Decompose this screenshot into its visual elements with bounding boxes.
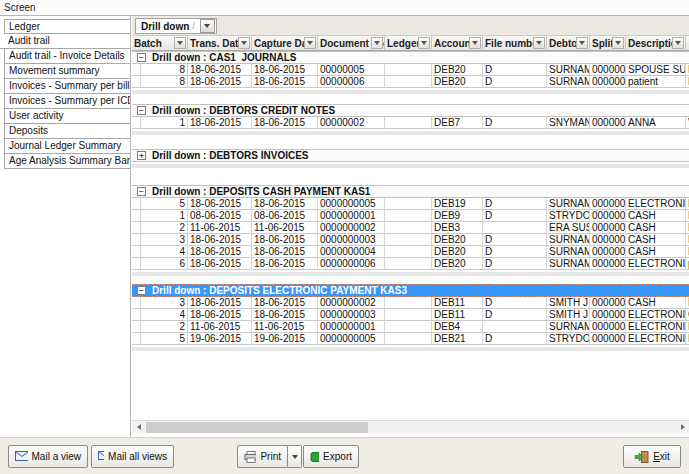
column-header-file-number[interactable]: File number (483, 36, 547, 50)
column-header-row: BatchTrans. DateCapture DateDocument noL… (132, 36, 689, 51)
print-button[interactable]: Print (237, 445, 288, 468)
sidebar-item-7[interactable]: Deposits (4, 124, 130, 139)
row-indent-cell (132, 309, 141, 321)
group-header[interactable]: −Drill down : CAS1 JOURNALS (132, 51, 689, 64)
table-row[interactable]: 318-06-201518-06-20150000000003DEB20DSUR… (132, 234, 689, 246)
cell: 0000000 (590, 258, 626, 270)
group-title: Drill down : DEBTORS CREDIT NOTES (152, 105, 335, 116)
table-row[interactable]: 618-06-201518-06-20150000000006DEB20DSUR… (132, 258, 689, 270)
column-header-description[interactable]: Description (626, 36, 686, 50)
scrollbar-thumb[interactable] (146, 422, 368, 433)
filter-dropdown-icon[interactable] (371, 37, 383, 49)
filter-dropdown-icon[interactable] (418, 37, 430, 49)
sidebar-item-9[interactable]: Age Analysis Summary Banded (4, 154, 130, 169)
chevron-down-icon (177, 41, 183, 45)
group-4: −Drill down : DEPOSITS ELECTRONIC PAYMEN… (132, 284, 689, 351)
drilldown-combo[interactable]: Drill down / (135, 18, 217, 34)
cell: 1 (141, 117, 188, 129)
print-button-group: Print (237, 445, 302, 468)
table-row[interactable]: 818-06-201518-06-201500000006DEB20DSURNA… (132, 76, 689, 88)
cell: 11-06-2015 (252, 321, 318, 333)
column-header-trans-date[interactable]: Trans. Date (188, 36, 252, 50)
table-row[interactable]: 519-06-201519-06-20150000000005DEB21DSTR… (132, 333, 689, 345)
drilldown-separator: / (192, 21, 195, 31)
mail-all-views-label: Mail all views (108, 451, 167, 462)
cell: SURNAME (547, 64, 590, 76)
table-row[interactable]: 318-06-201518-06-20150000000002DEB11DSMI… (132, 297, 689, 309)
filter-dropdown-icon[interactable] (304, 37, 316, 49)
bottom-button-bar: Mail a view Mail all views Print Export … (0, 437, 689, 474)
scroll-left-button[interactable] (132, 421, 145, 433)
table-row[interactable]: 418-06-201518-06-20150000000004DEB20DSUR… (132, 246, 689, 258)
collapse-icon[interactable]: − (137, 187, 146, 196)
horizontal-scrollbar[interactable] (132, 420, 689, 433)
cell (385, 117, 432, 129)
mail-a-view-button[interactable]: Mail a view (8, 445, 88, 468)
table-row[interactable]: 108-06-201508-06-20150000000001DEB9DSTRY… (132, 210, 689, 222)
column-label: Trans. Date (190, 38, 244, 49)
table-row[interactable]: 211-06-201511-06-20150000000001DEB4SURNA… (132, 321, 689, 333)
cell: D (483, 297, 547, 309)
cell: 0000000 (590, 234, 626, 246)
column-header-batch[interactable]: Batch (132, 36, 188, 50)
cell: SPOUSE SURNA (626, 64, 686, 76)
cell: D (483, 309, 547, 321)
table-row[interactable]: 418-06-201518-06-20150000000003DEB11DSMI… (132, 309, 689, 321)
group-header[interactable]: −Drill down : DEPOSITS ELECTRONIC PAYMEN… (132, 284, 689, 297)
cell: 6 (141, 258, 188, 270)
sidebar-item-0[interactable]: Ledger (4, 19, 130, 34)
sidebar-item-4[interactable]: Invoices - Summary per billing code (4, 79, 130, 94)
cell: 0000000 (590, 333, 626, 345)
table-row[interactable]: 518-06-201518-06-20150000000005DEB19DSUR… (132, 198, 689, 210)
cell: SMITH J MF (547, 297, 590, 309)
filter-dropdown-icon[interactable] (576, 37, 588, 49)
filter-dropdown-icon[interactable] (533, 37, 545, 49)
cell: 4 (141, 246, 188, 258)
group-header[interactable]: −Drill down : DEBTORS CREDIT NOTES (132, 104, 689, 117)
cell: 11-06-2015 (252, 222, 318, 234)
collapse-icon[interactable]: − (137, 286, 146, 295)
cell: SURNAME (547, 321, 590, 333)
sidebar-item-5[interactable]: Invoices - Summary per ICD-10 (4, 94, 130, 109)
cell: CASH (626, 234, 686, 246)
exit-button[interactable]: Exit (623, 445, 681, 468)
column-header-debtor[interactable]: Debtor (547, 36, 590, 50)
filter-dropdown-icon[interactable] (672, 37, 684, 49)
cell: SURNAME (547, 198, 590, 210)
filter-dropdown-icon[interactable] (174, 37, 186, 49)
filter-dropdown-icon[interactable] (469, 37, 481, 49)
sidebar-item-3[interactable]: Movement summary (4, 64, 130, 79)
table-row[interactable]: 118-06-201518-06-201500000002DEB7DSNYMAN… (132, 117, 689, 129)
row-indent-cell (132, 234, 141, 246)
group-header[interactable]: −Drill down : DEPOSITS CASH PAYMENT KAS1 (132, 185, 689, 198)
sidebar-item-1[interactable]: Audit trail (0, 34, 130, 49)
cell (385, 198, 432, 210)
column-label: Ledger (387, 38, 420, 49)
table-row[interactable]: 818-06-201518-06-201500000005DEB20DSURNA… (132, 64, 689, 76)
sidebar-item-2[interactable]: Audit trail - Invoice Details (4, 49, 130, 64)
drilldown-dropdown-button[interactable] (200, 19, 215, 33)
print-dropdown-button[interactable] (288, 445, 302, 468)
collapse-icon[interactable]: − (137, 53, 146, 62)
expand-icon[interactable]: + (137, 151, 146, 160)
chevron-down-icon (204, 24, 210, 28)
sidebar-item-8[interactable]: Journal Ledger Summary (4, 139, 130, 154)
collapse-icon[interactable]: − (137, 106, 146, 115)
column-header-ledger[interactable]: Ledger (385, 36, 432, 50)
column-header-account[interactable]: Account (432, 36, 483, 50)
column-header-capture-date[interactable]: Capture Date (252, 36, 318, 50)
cell: 18-06-2015 (188, 234, 252, 246)
filter-dropdown-icon[interactable] (612, 37, 624, 49)
column-header-document-no[interactable]: Document no (318, 36, 385, 50)
cell: DEB21 (432, 333, 483, 345)
group-header[interactable]: +Drill down : DEBTORS INVOICES (132, 149, 689, 162)
table-row[interactable]: 211-06-201511-06-20150000000002DEB3ERA S… (132, 222, 689, 234)
chevron-down-icon (307, 41, 313, 45)
column-header-split[interactable]: Split (590, 36, 626, 50)
mail-all-views-button[interactable]: Mail all views (91, 445, 174, 468)
sidebar-item-6[interactable]: User activity (4, 109, 130, 124)
export-button[interactable]: Export (303, 445, 359, 468)
scroll-right-button[interactable] (676, 421, 689, 433)
cell: 18-06-2015 (188, 198, 252, 210)
filter-dropdown-icon[interactable] (238, 37, 250, 49)
